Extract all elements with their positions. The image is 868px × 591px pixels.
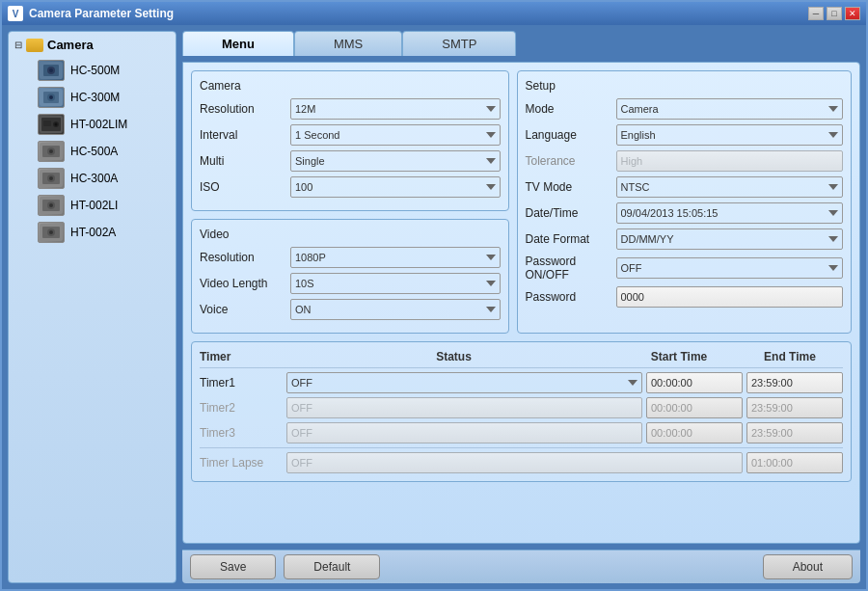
camera-name-hc300a: HC-300A <box>70 172 118 185</box>
tolerance-row: Tolerance HighMediumLow <box>526 150 844 172</box>
tab-mms[interactable]: MMS <box>294 31 402 56</box>
language-select[interactable]: EnglishChineseFrench <box>616 124 844 146</box>
svg-rect-10 <box>43 121 51 126</box>
left-buttons: Save Default <box>190 554 380 579</box>
timer2-end-wrap: ▲ ▼ <box>746 397 843 418</box>
camera-item-hc500m[interactable]: HC-500M <box>34 58 170 83</box>
cam-thumb-hc300m <box>38 87 65 108</box>
datetime-label: Date/Time <box>526 206 612 220</box>
camera-iso-label: ISO <box>200 180 286 194</box>
timer2-row: Timer2 OFFON ▲ ▼ <box>200 397 843 418</box>
cam-thumb-ht002a <box>38 222 65 243</box>
minimize-button[interactable]: ─ <box>808 7 824 20</box>
close-button[interactable]: ✕ <box>845 7 860 20</box>
timer-lapse-status-select: OFFON <box>286 452 743 473</box>
camera-section: Camera Resolution 12M8M5M3M Interval <box>191 70 509 211</box>
camera-item-hc500a[interactable]: HC-500A <box>34 139 170 164</box>
password-onoff-row: Password ON/OFF OFFON <box>526 255 844 282</box>
expand-icon[interactable]: ⊟ <box>14 40 22 50</box>
timer2-name: Timer2 <box>200 401 283 415</box>
camera-list: HC-500M HC-300M HT-002LIM <box>14 58 170 245</box>
tolerance-select: HighMediumLow <box>616 150 844 172</box>
svg-point-12 <box>55 123 58 126</box>
camera-name-ht002lim: HT-002LIM <box>70 118 127 131</box>
window-title: Camera Parameter Setting <box>29 7 802 20</box>
video-resolution-row: Resolution 1080P720P480P <box>200 247 501 268</box>
cam-thumb-ht002li <box>38 195 65 216</box>
timer-col-header-status: Status <box>286 350 621 363</box>
camera-resolution-select[interactable]: 12M8M5M3M <box>290 98 501 120</box>
cam-thumb-hc300a <box>38 168 65 189</box>
timer3-start-input <box>647 427 743 439</box>
video-length-row: Video Length 10S20S30S <box>200 273 501 294</box>
folder-icon <box>26 39 43 52</box>
password-onoff-select[interactable]: OFFON <box>616 257 844 279</box>
timer3-start-wrap: ▲ ▼ <box>646 422 743 443</box>
mode-row: Mode CameraVideoPhoto+Video <box>526 98 844 120</box>
timer1-start-input[interactable] <box>647 377 743 389</box>
timer-section: Timer Status Start Time End Time Timer1 … <box>191 341 852 482</box>
camera-sidebar: ⊟ Camera HC-500M HC-300M <box>8 31 176 583</box>
tvmode-row: TV Mode NTSCPAL <box>526 176 844 198</box>
timer1-name: Timer1 <box>200 376 283 390</box>
timer-col-header-timer: Timer <box>200 350 286 363</box>
video-length-label: Video Length <box>200 277 286 290</box>
dateformat-label: Date Format <box>526 232 612 246</box>
mode-label: Mode <box>526 102 612 116</box>
svg-point-7 <box>49 95 53 99</box>
video-resolution-label: Resolution <box>200 251 286 264</box>
camera-interval-label: Interval <box>200 128 286 142</box>
camera-item-ht002a[interactable]: HT-002A <box>34 220 170 245</box>
timer-lapse-row: Timer Lapse OFFON ▲ ▼ <box>200 447 843 473</box>
camera-iso-select[interactable]: 100200400 <box>290 176 501 198</box>
password-onoff-label: Password ON/OFF <box>526 255 612 282</box>
language-row: Language EnglishChineseFrench <box>526 124 844 146</box>
camera-item-ht002li[interactable]: HT-002LI <box>34 193 170 218</box>
cam-thumb-hc500m <box>38 60 65 81</box>
tab-smtp[interactable]: SMTP <box>402 31 516 56</box>
camera-interval-row: Interval 1 Second5 Seconds10 Seconds <box>200 124 501 146</box>
tree-root: ⊟ Camera <box>14 38 170 52</box>
right-panel: Menu MMS SMTP Camera Resolution <box>182 31 860 583</box>
timer1-end-wrap: ▲ ▼ <box>746 372 843 393</box>
camera-item-ht002lim[interactable]: HT-002LIM <box>34 112 170 137</box>
password-input[interactable] <box>616 286 844 308</box>
save-button[interactable]: Save <box>190 554 276 579</box>
default-button[interactable]: Default <box>284 554 380 579</box>
camera-section-title: Camera <box>200 79 501 93</box>
timer1-end-input[interactable] <box>747 377 843 389</box>
title-bar: V Camera Parameter Setting ─ □ ✕ <box>2 2 866 25</box>
cam-thumb-ht002lim <box>38 114 65 135</box>
camera-item-hc300a[interactable]: HC-300A <box>34 166 170 191</box>
timer3-status-select: OFFON <box>286 422 642 443</box>
tab-menu[interactable]: Menu <box>182 31 294 56</box>
video-section-title: Video <box>200 228 501 241</box>
camera-name-ht002li: HT-002LI <box>70 199 118 212</box>
about-button[interactable]: About <box>763 554 853 579</box>
datetime-select[interactable]: 09/04/2013 15:05:15 <box>616 202 844 224</box>
video-length-select[interactable]: 10S20S30S <box>290 273 501 294</box>
camera-item-hc300m[interactable]: HC-300M <box>34 85 170 110</box>
bottom-bar: Save Default About <box>182 550 860 583</box>
timer2-start-input <box>647 402 743 414</box>
datetime-row: Date/Time 09/04/2013 15:05:15 <box>526 202 844 224</box>
camera-name-ht002a: HT-002A <box>70 226 116 239</box>
svg-point-16 <box>49 149 53 153</box>
timer-col-header-start: Start Time <box>621 350 737 363</box>
voice-select[interactable]: ONOFF <box>290 299 501 320</box>
password-row: Password <box>526 286 844 308</box>
tvmode-select[interactable]: NTSCPAL <box>616 176 844 198</box>
video-resolution-select[interactable]: 1080P720P480P <box>290 247 501 268</box>
setup-section-title: Setup <box>526 79 844 93</box>
timer1-status-select[interactable]: OFFON <box>286 372 642 393</box>
dateformat-select[interactable]: DD/MM/YYMM/DD/YYYY/MM/DD <box>616 228 844 250</box>
timer-lapse-time-wrap: ▲ ▼ <box>746 452 843 473</box>
camera-multi-row: Multi Single2 Shot3 Shot <box>200 150 501 172</box>
mode-select[interactable]: CameraVideoPhoto+Video <box>616 98 844 120</box>
maximize-button[interactable]: □ <box>827 7 842 20</box>
camera-multi-select[interactable]: Single2 Shot3 Shot <box>290 150 501 172</box>
camera-interval-select[interactable]: 1 Second5 Seconds10 Seconds <box>290 124 501 146</box>
main-window: V Camera Parameter Setting ─ □ ✕ ⊟ Camer… <box>0 0 868 591</box>
svg-point-20 <box>49 176 53 180</box>
svg-point-24 <box>49 203 53 207</box>
